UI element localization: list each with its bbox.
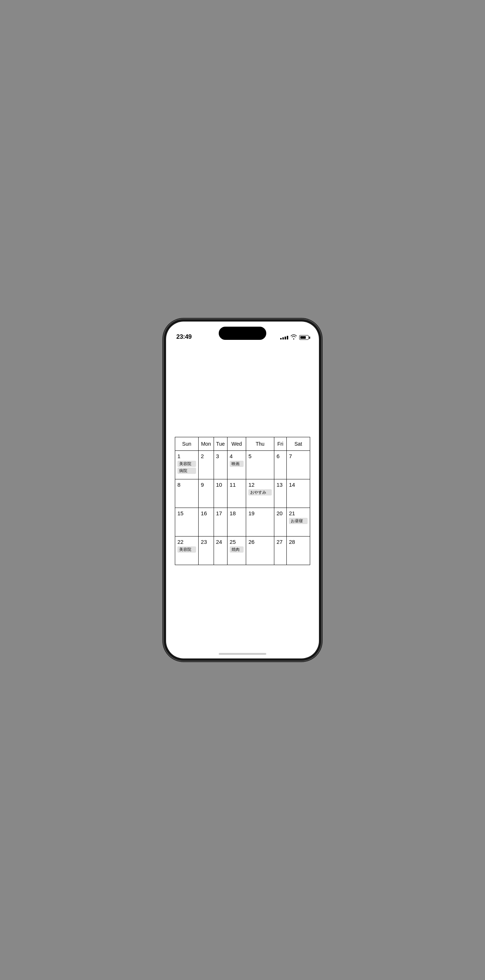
signal-dot-3: [285, 337, 286, 339]
day-number-10: 10: [216, 482, 225, 488]
day-22[interactable]: 22 美容院: [175, 536, 199, 565]
home-indicator: [219, 653, 266, 655]
day-24[interactable]: 24: [214, 536, 227, 565]
event-12-1[interactable]: おやすみ: [248, 489, 272, 495]
day-number-13: 13: [276, 482, 284, 488]
signal-dot-4: [287, 336, 288, 339]
day-number-24: 24: [216, 539, 225, 545]
day-number-26: 26: [248, 539, 272, 545]
day-7[interactable]: 7: [286, 451, 310, 479]
day-16[interactable]: 16: [199, 508, 214, 536]
day-3[interactable]: 3: [214, 451, 227, 479]
header-thu: Thu: [246, 437, 274, 451]
day-number-14: 14: [289, 482, 307, 488]
day-number-6: 6: [276, 453, 284, 459]
day-number-18: 18: [230, 510, 244, 516]
header-sun: Sun: [175, 437, 199, 451]
day-17[interactable]: 17: [214, 508, 227, 536]
battery-fill: [300, 336, 306, 339]
day-number-23: 23: [201, 539, 211, 545]
calendar-row-2: 8 9 10 11 12 おやすみ 13 14: [175, 479, 310, 508]
screen: 23:49: [166, 321, 319, 659]
signal-dot-1: [280, 338, 282, 339]
day-27[interactable]: 27: [274, 536, 286, 565]
day-2[interactable]: 2: [199, 451, 214, 479]
calendar-body: 1 美容院 病院 2 3 4 映画 5 6: [175, 451, 310, 565]
phone-frame: 23:49: [164, 319, 321, 661]
day-number-22: 22: [178, 539, 196, 545]
calendar-header: Sun Mon Tue Wed Thu Fri Sat: [175, 437, 310, 451]
day-number-3: 3: [216, 453, 225, 459]
day-20[interactable]: 20: [274, 508, 286, 536]
event-25-1[interactable]: 焼肉: [230, 546, 244, 553]
calendar-table: Sun Mon Tue Wed Thu Fri Sat: [175, 437, 310, 565]
status-icons: [280, 334, 309, 340]
wifi-icon: [290, 334, 297, 340]
signal-dots: [280, 336, 288, 339]
day-number-11: 11: [230, 482, 244, 488]
calendar-row-3: 15 16 17 18 19 20 21 お昼寝: [175, 508, 310, 536]
day-number-28: 28: [289, 539, 307, 545]
day-11[interactable]: 11: [227, 479, 246, 508]
day-number-20: 20: [276, 510, 284, 516]
day-6[interactable]: 6: [274, 451, 286, 479]
day-23[interactable]: 23: [199, 536, 214, 565]
day-28[interactable]: 28: [286, 536, 310, 565]
main-content: Sun Mon Tue Wed Thu Fri Sat: [166, 344, 319, 659]
day-number-2: 2: [201, 453, 211, 459]
day-number-21: 21: [289, 510, 307, 516]
day-number-19: 19: [248, 510, 272, 516]
status-time: 23:49: [176, 333, 192, 340]
day-21[interactable]: 21 お昼寝: [286, 508, 310, 536]
header-mon: Mon: [199, 437, 214, 451]
day-10[interactable]: 10: [214, 479, 227, 508]
day-number-4: 4: [230, 453, 244, 459]
calendar-row-1: 1 美容院 病院 2 3 4 映画 5 6: [175, 451, 310, 479]
day-number-17: 17: [216, 510, 225, 516]
day-number-27: 27: [276, 539, 284, 545]
day-26[interactable]: 26: [246, 536, 274, 565]
day-15[interactable]: 15: [175, 508, 199, 536]
event-1-1[interactable]: 美容院: [178, 461, 196, 467]
day-13[interactable]: 13: [274, 479, 286, 508]
event-4-1[interactable]: 映画: [230, 461, 244, 467]
calendar: Sun Mon Tue Wed Thu Fri Sat: [175, 437, 310, 565]
day-number-12: 12: [248, 482, 272, 488]
day-number-16: 16: [201, 510, 211, 516]
header-fri: Fri: [274, 437, 286, 451]
day-number-7: 7: [289, 453, 307, 459]
day-19[interactable]: 19: [246, 508, 274, 536]
event-1-2[interactable]: 病院: [178, 468, 196, 474]
header-tue: Tue: [214, 437, 227, 451]
day-number-25: 25: [230, 539, 244, 545]
day-14[interactable]: 14: [286, 479, 310, 508]
dynamic-island: [219, 327, 266, 340]
event-21-1[interactable]: お昼寝: [289, 518, 307, 524]
day-12[interactable]: 12 おやすみ: [246, 479, 274, 508]
day-9[interactable]: 9: [199, 479, 214, 508]
day-8[interactable]: 8: [175, 479, 199, 508]
day-number-1: 1: [178, 453, 196, 459]
day-number-8: 8: [178, 482, 196, 488]
day-25[interactable]: 25 焼肉: [227, 536, 246, 565]
header-sat: Sat: [286, 437, 310, 451]
day-1[interactable]: 1 美容院 病院: [175, 451, 199, 479]
calendar-row-4: 22 美容院 23 24 25 焼肉 26 27 28: [175, 536, 310, 565]
day-number-5: 5: [248, 453, 272, 459]
day-number-9: 9: [201, 482, 211, 488]
battery-icon: [299, 335, 309, 340]
day-5[interactable]: 5: [246, 451, 274, 479]
day-4[interactable]: 4 映画: [227, 451, 246, 479]
day-18[interactable]: 18: [227, 508, 246, 536]
header-row: Sun Mon Tue Wed Thu Fri Sat: [175, 437, 310, 451]
signal-dot-2: [282, 337, 284, 339]
event-22-1[interactable]: 美容院: [178, 546, 196, 553]
header-wed: Wed: [227, 437, 246, 451]
day-number-15: 15: [178, 510, 196, 516]
